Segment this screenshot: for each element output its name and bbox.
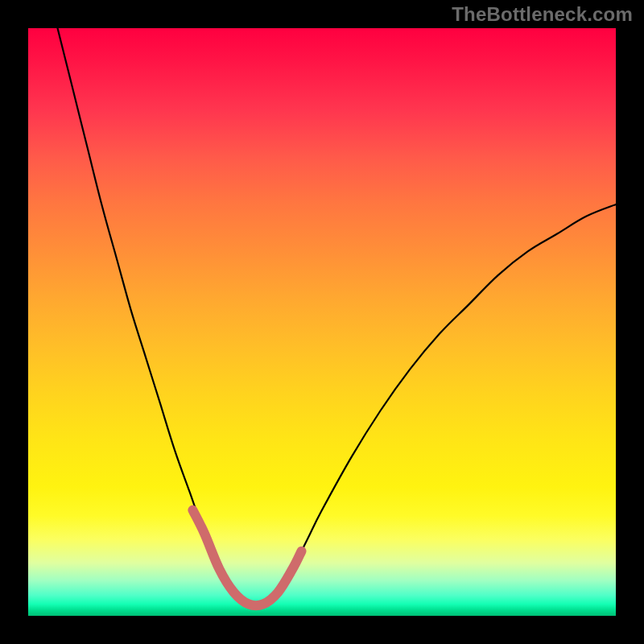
optimal-zone-highlight	[192, 510, 301, 606]
bottleneck-curve	[58, 28, 617, 605]
watermark-text: TheBottleneck.com	[452, 3, 633, 26]
